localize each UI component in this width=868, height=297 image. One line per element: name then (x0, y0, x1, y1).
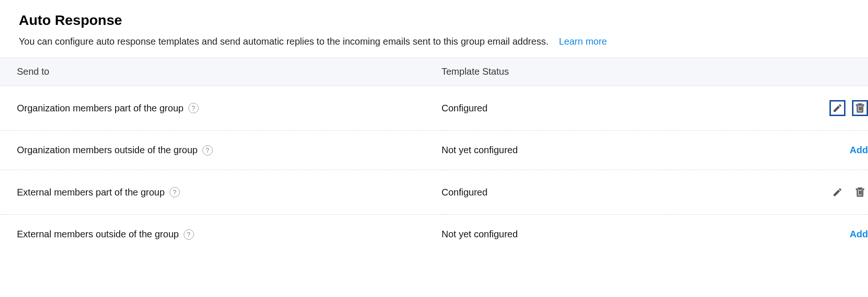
row-label-wrap: Organization members part of the group ? (0, 103, 199, 114)
delete-icon[interactable] (852, 184, 868, 200)
delete-icon[interactable] (852, 100, 868, 116)
help-icon[interactable]: ? (184, 229, 194, 240)
template-status: Configured (442, 187, 488, 197)
table-row: Organization members part of the group ?… (0, 86, 868, 131)
table-row: External members outside of the group ? … (0, 215, 868, 254)
page-header: Auto Response You can configure auto res… (0, 0, 868, 57)
send-to-label: External members outside of the group (17, 229, 179, 240)
auto-response-table: Send to Template Status Organization mem… (0, 57, 868, 254)
row-actions (829, 100, 868, 116)
send-to-label: Organization members outside of the grou… (17, 145, 198, 156)
column-header-send-to: Send to (0, 58, 442, 86)
table-header-row: Send to Template Status (0, 58, 868, 86)
learn-more-link[interactable]: Learn more (559, 36, 607, 47)
template-status: Not yet configured (442, 229, 518, 239)
add-link[interactable]: Add (850, 229, 868, 240)
template-status: Not yet configured (442, 145, 518, 155)
row-label-wrap: External members outside of the group ? (0, 229, 194, 240)
help-icon[interactable]: ? (202, 145, 213, 156)
row-actions (829, 184, 868, 200)
table-row: External members part of the group ? Con… (0, 170, 868, 215)
send-to-label: Organization members part of the group (17, 103, 184, 114)
page-title: Auto Response (19, 12, 849, 28)
table-row: Organization members outside of the grou… (0, 131, 868, 170)
edit-icon[interactable] (829, 100, 845, 116)
row-label-wrap: Organization members outside of the grou… (0, 145, 213, 156)
row-actions: Add (850, 145, 868, 156)
page-description: You can configure auto response template… (19, 35, 849, 48)
help-icon[interactable]: ? (170, 187, 180, 197)
help-icon[interactable]: ? (188, 103, 199, 113)
send-to-label: External members part of the group (17, 187, 165, 198)
column-header-actions (672, 58, 868, 86)
column-header-template-status: Template Status (442, 58, 672, 86)
edit-icon[interactable] (829, 184, 845, 200)
row-label-wrap: External members part of the group ? (0, 187, 180, 198)
template-status: Configured (442, 103, 488, 113)
row-actions: Add (850, 229, 868, 240)
add-link[interactable]: Add (850, 145, 868, 156)
page-description-text: You can configure auto response template… (19, 36, 549, 47)
